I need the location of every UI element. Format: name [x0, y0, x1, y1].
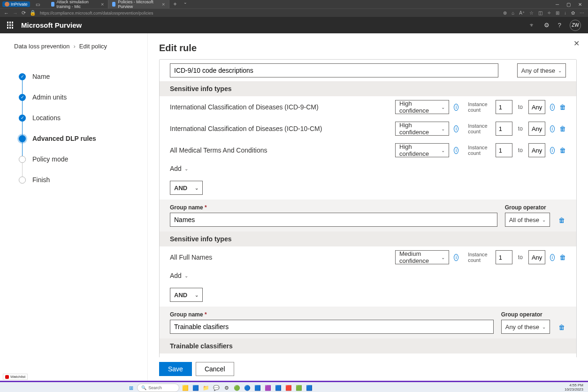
- more-icon[interactable]: ⋯: [580, 10, 584, 15]
- refresh-icon[interactable]: ⟳: [22, 10, 26, 16]
- instance-to-input[interactable]: [528, 250, 545, 264]
- step-name[interactable]: Name: [19, 66, 133, 87]
- chrome-icon[interactable]: 🔵: [243, 384, 252, 392]
- tab-menu[interactable]: ⌄: [181, 0, 190, 8]
- chat-icon[interactable]: 💬: [212, 384, 221, 392]
- step-finish[interactable]: Finish: [19, 169, 133, 190]
- sit-row: International Classification of Diseases…: [160, 96, 576, 118]
- group-operator-dropdown[interactable]: Any of these⌄: [501, 320, 550, 334]
- instance-to-input[interactable]: [528, 122, 545, 136]
- close-icon[interactable]: ×: [162, 1, 165, 7]
- info-icon[interactable]: i: [454, 104, 458, 111]
- settings-icon[interactable]: ⚙: [544, 22, 550, 29]
- address-bar[interactable]: https://compliance.microsoft.com/datalos…: [40, 11, 499, 15]
- diagnostics-icon[interactable]: ᯤ: [529, 22, 535, 29]
- instance-from-input[interactable]: [496, 100, 512, 114]
- info-icon[interactable]: i: [550, 147, 555, 154]
- info-icon[interactable]: i: [550, 254, 555, 261]
- app-icon[interactable]: 🟦: [305, 384, 313, 392]
- step-admin-units[interactable]: Admin units: [19, 87, 133, 108]
- start-icon[interactable]: ⊞: [127, 384, 135, 392]
- close-icon[interactable]: ×: [101, 1, 104, 7]
- info-icon[interactable]: i: [454, 125, 458, 132]
- step-policy-mode[interactable]: Policy mode: [19, 149, 133, 169]
- excel-icon[interactable]: 🟩: [295, 384, 303, 392]
- breadcrumb-item[interactable]: Data loss prevention: [14, 43, 70, 50]
- instance-to-input[interactable]: [528, 100, 545, 114]
- download-icon[interactable]: ↓: [564, 10, 566, 15]
- app-icon[interactable]: 🟥: [284, 384, 293, 392]
- hub-icon[interactable]: ✿: [571, 10, 575, 15]
- browser-tab[interactable]: Policies - Microsoft Purview ×: [108, 0, 169, 8]
- browser-tab[interactable]: Attack simulation training - Mic ×: [47, 0, 108, 8]
- favorite-icon[interactable]: ☆: [529, 10, 534, 15]
- close-panel-icon[interactable]: ✕: [573, 39, 580, 48]
- add-button[interactable]: Add⌄: [160, 268, 576, 283]
- info-icon[interactable]: i: [550, 104, 555, 111]
- step-locations[interactable]: Locations: [19, 108, 133, 128]
- outlook-icon[interactable]: 🟦: [253, 384, 262, 392]
- minimize-icon[interactable]: ─: [552, 2, 563, 7]
- settings-icon[interactable]: ⚙: [222, 384, 231, 392]
- home-icon[interactable]: ⌂: [512, 10, 514, 15]
- collections-icon[interactable]: ✧: [547, 10, 551, 15]
- info-icon[interactable]: i: [454, 147, 458, 154]
- group-name-input[interactable]: [170, 213, 497, 227]
- app-icon[interactable]: 🟦: [191, 384, 200, 392]
- chevron-right-icon: ›: [74, 43, 76, 50]
- logic-operator-dropdown[interactable]: AND⌄: [170, 181, 203, 195]
- chevron-down-icon: ⌄: [184, 273, 188, 278]
- delete-group-icon[interactable]: 🗑: [557, 216, 566, 224]
- reader-icon[interactable]: A⁺: [519, 10, 525, 15]
- edge-icon[interactable]: 🟢: [233, 384, 241, 392]
- instance-from-input[interactable]: [496, 122, 512, 136]
- delete-icon[interactable]: 🗑: [559, 146, 566, 154]
- info-icon[interactable]: i: [454, 254, 458, 261]
- delete-icon[interactable]: 🗑: [559, 125, 566, 132]
- explorer-icon[interactable]: 📁: [202, 384, 210, 392]
- step-advanced-dlp-rules[interactable]: Advanced DLP rules: [19, 128, 133, 149]
- cancel-button[interactable]: Cancel: [196, 362, 234, 376]
- confidence-dropdown[interactable]: Medium confidence⌄: [395, 250, 449, 264]
- chevron-down-icon: ⌄: [558, 68, 562, 73]
- back-icon[interactable]: ←: [4, 10, 9, 16]
- delete-icon[interactable]: 🗑: [559, 254, 566, 261]
- system-clock[interactable]: 4:55 PM 10/23/2023: [565, 384, 585, 392]
- close-window-icon[interactable]: ✕: [574, 2, 586, 7]
- delete-icon[interactable]: 🗑: [559, 103, 566, 111]
- new-tab-button[interactable]: ＋: [169, 0, 181, 8]
- watchlist-widget[interactable]: Watchlist: [3, 374, 28, 380]
- news-icon[interactable]: 🟨: [181, 384, 190, 392]
- group-name-label: Group name *: [170, 311, 494, 318]
- taskbar-search[interactable]: 🔍Search: [137, 384, 179, 392]
- app-launcher-icon[interactable]: [7, 22, 14, 29]
- breadcrumb-item: Edit policy: [79, 43, 107, 50]
- teams-icon[interactable]: 🟪: [264, 384, 272, 392]
- extension-icon[interactable]: ⊞: [556, 10, 559, 15]
- group-operator-dropdown[interactable]: Any of these⌄: [517, 63, 566, 77]
- confidence-dropdown[interactable]: High confidence⌄: [395, 100, 449, 114]
- info-icon[interactable]: i: [550, 125, 555, 132]
- zoom-icon[interactable]: ⊕: [503, 10, 507, 15]
- save-button[interactable]: Save: [159, 362, 192, 376]
- tab-switcher-icon[interactable]: ▭: [33, 2, 43, 7]
- sit-name: All Full Names: [170, 254, 390, 261]
- avatar[interactable]: ZW: [570, 20, 581, 31]
- section-sit: Sensitive info types: [160, 231, 576, 246]
- split-icon[interactable]: ◫: [538, 10, 542, 15]
- confidence-dropdown[interactable]: High confidence⌄: [395, 143, 449, 157]
- confidence-dropdown[interactable]: High confidence⌄: [395, 122, 449, 136]
- maximize-icon[interactable]: ▢: [563, 2, 574, 7]
- word-icon[interactable]: 🟦: [274, 384, 283, 392]
- instance-from-input[interactable]: [496, 143, 512, 157]
- delete-group-icon[interactable]: 🗑: [557, 323, 566, 331]
- instance-from-input[interactable]: [496, 250, 512, 264]
- group-name-input[interactable]: [170, 63, 498, 77]
- add-button[interactable]: Add⌄: [160, 161, 576, 176]
- breadcrumb: Data loss prevention › Edit policy: [14, 43, 133, 50]
- instance-to-input[interactable]: [528, 143, 545, 157]
- logic-operator-dropdown[interactable]: AND⌄: [170, 288, 203, 302]
- help-icon[interactable]: ?: [558, 22, 561, 29]
- group-operator-dropdown[interactable]: All of these⌄: [505, 213, 550, 227]
- group-name-input[interactable]: [170, 320, 494, 334]
